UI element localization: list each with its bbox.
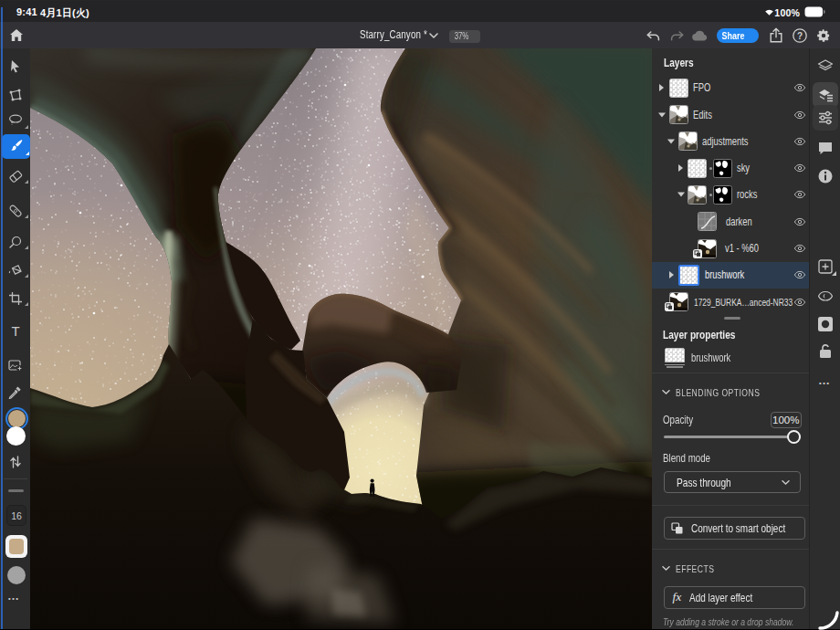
svg-text:T: T	[11, 324, 19, 337]
svg-text:?: ?	[797, 31, 803, 41]
